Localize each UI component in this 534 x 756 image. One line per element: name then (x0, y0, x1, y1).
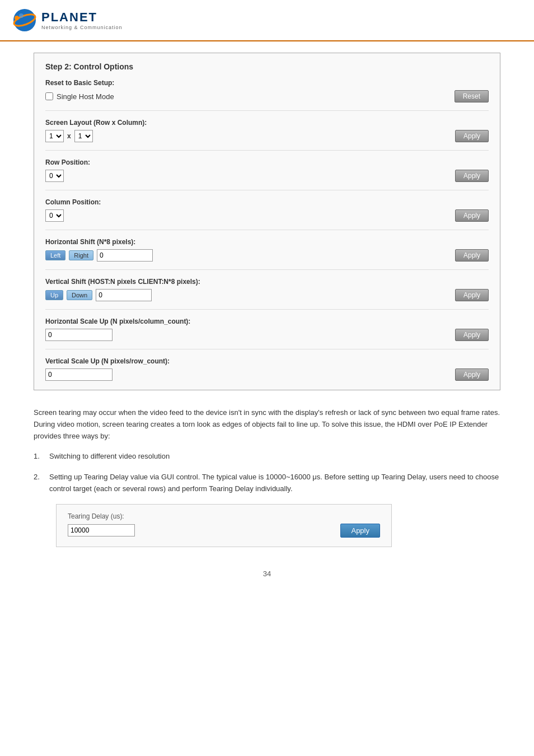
svg-point-3 (19, 13, 24, 18)
col-position-apply-button[interactable]: Apply (455, 209, 489, 222)
horizontal-shift-inputs: Left Right (45, 249, 153, 262)
logo-planet-text: PLANET (41, 10, 123, 25)
reset-label: Reset to Basic Setup: (45, 79, 489, 87)
horizontal-scale-input[interactable] (45, 329, 113, 341)
horizontal-shift-input[interactable] (97, 249, 153, 262)
screen-layout-section: Screen Layout (Row x Column): 1234 x 123… (45, 119, 489, 151)
row-position-select[interactable]: 0123 (45, 170, 64, 182)
tearing-delay-input[interactable] (68, 524, 135, 536)
vertical-shift-row: Up Down Apply (45, 289, 489, 301)
vertical-shift-label: Vertical Shift (HOST:N pixels CLIENT:N*8… (45, 278, 489, 286)
screen-tearing-paragraph: Screen tearing may occur when the video … (34, 407, 500, 442)
horizontal-scale-label: Horizontal Scale Up (N pixels/column_cou… (45, 318, 489, 325)
vertical-scale-input[interactable] (45, 368, 113, 381)
row-position-row: 0123 Apply (45, 170, 489, 182)
reset-button[interactable]: Reset (455, 90, 489, 102)
svg-point-2 (15, 16, 19, 20)
col-position-label: Column Position: (45, 198, 489, 206)
screen-layout-row-select[interactable]: 1234 (45, 130, 64, 142)
screen-layout-label: Screen Layout (Row x Column): (45, 119, 489, 127)
horizontal-shift-apply-button[interactable]: Apply (455, 249, 489, 262)
vertical-shift-input[interactable] (96, 289, 152, 301)
horizontal-scale-row: Apply (45, 329, 489, 341)
col-position-inputs: 0123 (45, 209, 64, 222)
section-title: Step 2: Control Options (45, 62, 489, 71)
list-num-1: 1. (34, 451, 45, 463)
row-position-label: Row Position: (45, 158, 489, 166)
horizontal-shift-row: Left Right Apply (45, 249, 489, 262)
page-number: 34 (34, 570, 500, 589)
horizontal-left-button[interactable]: Left (45, 250, 65, 260)
list-text-2: Setting up Tearing Delay value via GUI c… (49, 472, 500, 495)
control-options-box: Step 2: Control Options Reset to Basic S… (34, 53, 500, 390)
logo-text: PLANET Networking & Communication (41, 10, 123, 30)
screen-layout-row: 1234 x 1234 Apply (45, 130, 489, 142)
reset-section: Reset to Basic Setup: Single Host Mode R… (45, 79, 489, 111)
header: PLANET Networking & Communication (0, 0, 534, 41)
horizontal-scale-section: Horizontal Scale Up (N pixels/column_cou… (45, 318, 489, 349)
horizontal-shift-section: Horizontal Shift (N*8 pixels): Left Righ… (45, 238, 489, 270)
horizontal-scale-apply-button[interactable]: Apply (455, 329, 489, 341)
logo-sub-text: Networking & Communication (41, 25, 123, 30)
vertical-down-button[interactable]: Down (67, 290, 92, 300)
col-position-row: 0123 Apply (45, 209, 489, 222)
tearing-delay-box: Tearing Delay (us): Apply (56, 504, 392, 547)
list-num-2: 2. (34, 472, 45, 495)
vertical-scale-apply-button[interactable]: Apply (455, 368, 489, 381)
horizontal-shift-label: Horizontal Shift (N*8 pixels): (45, 238, 489, 246)
single-host-row: Single Host Mode (45, 92, 114, 101)
planet-logo-icon (11, 7, 38, 34)
tearing-delay-apply-button[interactable]: Apply (340, 524, 380, 538)
horizontal-right-button[interactable]: Right (69, 250, 93, 260)
list-item-2: 2. Setting up Tearing Delay value via GU… (34, 472, 500, 495)
vertical-shift-inputs: Up Down (45, 289, 152, 301)
x-separator: x (67, 132, 71, 140)
row-position-apply-button[interactable]: Apply (455, 170, 489, 182)
list-item-1: 1. Switching to different video resoluti… (34, 451, 500, 463)
tearing-delay-row: Apply (68, 524, 380, 538)
logo: PLANET Networking & Communication (11, 7, 123, 34)
vertical-scale-row: Apply (45, 368, 489, 381)
vertical-shift-apply-button[interactable]: Apply (455, 289, 489, 301)
tearing-delay-label: Tearing Delay (us): (68, 512, 380, 520)
col-position-section: Column Position: 0123 Apply (45, 198, 489, 230)
screen-layout-inputs: 1234 x 1234 (45, 130, 93, 142)
list-text-1: Switching to different video resolution (49, 451, 170, 463)
vertical-up-button[interactable]: Up (45, 290, 63, 300)
row-position-inputs: 0123 (45, 170, 64, 182)
single-host-label: Single Host Mode (57, 92, 114, 101)
row-position-section: Row Position: 0123 Apply (45, 158, 489, 190)
vertical-shift-section: Vertical Shift (HOST:N pixels CLIENT:N*8… (45, 278, 489, 310)
reset-row: Single Host Mode Reset (45, 90, 489, 102)
vertical-scale-section: Vertical Scale Up (N pixels/row_count): … (45, 357, 489, 381)
col-position-select[interactable]: 0123 (45, 209, 64, 222)
vertical-scale-label: Vertical Scale Up (N pixels/row_count): (45, 357, 489, 365)
main-content: Step 2: Control Options Reset to Basic S… (0, 41, 534, 600)
screen-layout-col-select[interactable]: 1234 (74, 130, 93, 142)
single-host-checkbox[interactable] (45, 92, 53, 100)
screen-layout-apply-button[interactable]: Apply (455, 130, 489, 142)
